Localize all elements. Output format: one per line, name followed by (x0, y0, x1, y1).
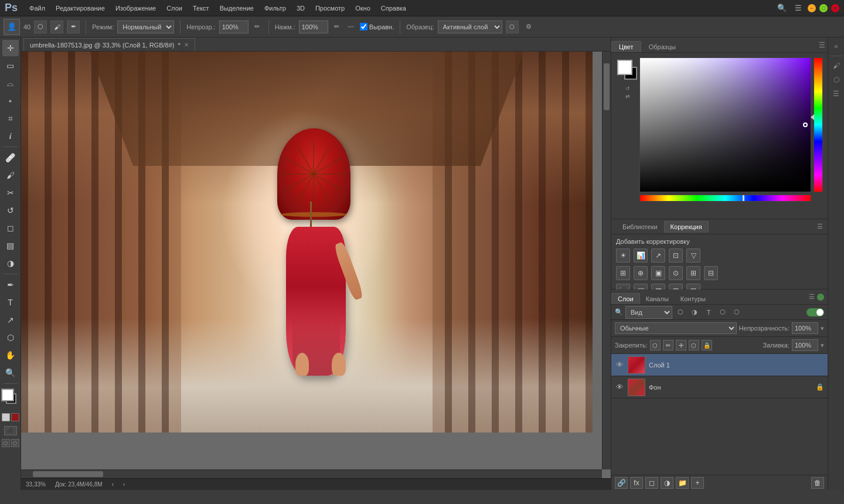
document-tab[interactable]: umbrella-1807513.jpg @ 33,3% (Слой 1, RG… (23, 38, 195, 51)
tool-pen[interactable]: ✒ (2, 277, 19, 293)
layer-item-1[interactable]: 👁 Слой 1 (611, 354, 828, 376)
screen-mode-btn[interactable]: ⬛ (4, 426, 17, 435)
close-button[interactable]: ✕ (831, 4, 839, 12)
align-checkbox[interactable] (360, 23, 367, 30)
tool-extra-2[interactable]: ⬡ (11, 439, 19, 447)
nav-prev-btn[interactable]: ‹ (112, 481, 114, 488)
menu-filter[interactable]: Фильтр (260, 4, 291, 13)
tool-select-rect[interactable]: ▭ (2, 57, 19, 74)
tab-paths[interactable]: Контуры (675, 294, 712, 304)
horizontal-scrollbar[interactable] (21, 469, 602, 478)
flow-pressure-btn[interactable]: ✏ (332, 22, 342, 32)
foreground-color[interactable] (1, 389, 14, 401)
vertical-scroll-thumb[interactable] (604, 63, 610, 110)
extra-settings-btn[interactable]: ⚙ (522, 21, 535, 33)
fg-bg-colors[interactable] (617, 60, 638, 81)
filter-adjust-btn[interactable]: ◑ (689, 307, 700, 318)
vertical-scrollbar[interactable] (602, 52, 611, 469)
hue-bar[interactable] (639, 195, 811, 202)
swap-colors-btn[interactable]: ⇄ (625, 93, 630, 99)
spectrum-bar[interactable] (814, 57, 823, 192)
tab-libraries[interactable]: Библиотеки (616, 221, 664, 233)
menu-window[interactable]: Окно (350, 4, 375, 13)
adj-hue-saturation[interactable]: ⊞ (616, 266, 630, 280)
color-gradient-area[interactable] (639, 57, 811, 214)
adj-bw[interactable]: ▣ (651, 266, 665, 280)
workspace-btn[interactable]: ☰ (792, 4, 804, 12)
tool-history-brush[interactable]: ↺ (2, 202, 19, 219)
tool-dodge[interactable]: ◑ (2, 255, 19, 271)
mode-select[interactable]: Нормальный (117, 21, 174, 33)
layer-item-bg[interactable]: 👁 Фон 🔒 (611, 376, 828, 399)
new-adjustment-btn[interactable]: ◑ (661, 477, 673, 489)
layer-opacity-input[interactable] (792, 322, 818, 334)
maximize-button[interactable]: □ (819, 4, 828, 12)
layer-visibility-bg[interactable]: 👁 (615, 383, 624, 391)
tab-channels[interactable]: Каналы (640, 294, 675, 304)
fill-dropdown-btn[interactable]: ▾ (821, 342, 824, 349)
image-canvas[interactable] (21, 52, 593, 433)
adj-channel-mixer[interactable]: ⊞ (686, 266, 700, 280)
adj-photo-filter[interactable]: ⊙ (669, 266, 683, 280)
reset-colors-btn[interactable]: ↺ (625, 86, 630, 91)
lock-transparent-btn[interactable]: ⬡ (650, 340, 661, 350)
blend-mode-select[interactable]: Обычные (615, 322, 737, 334)
tool-lasso[interactable]: ⌓ (2, 75, 19, 91)
brush-options-btn[interactable]: ⬡ (34, 21, 47, 33)
tool-shape[interactable]: ⬡ (2, 329, 19, 346)
opacity-dropdown-btn[interactable]: ▾ (821, 325, 824, 332)
tool-hand[interactable]: ✋ (2, 347, 19, 363)
filter-shape-btn[interactable]: ⬡ (717, 307, 729, 318)
fill-input[interactable] (792, 339, 818, 351)
flow-input[interactable] (299, 21, 328, 33)
tab-swatches[interactable]: Образцы (641, 41, 683, 52)
tab-correction[interactable]: Коррекция (664, 221, 709, 233)
smoothing-btn[interactable]: 〰 (346, 22, 356, 32)
tool-eraser[interactable]: ◻ (2, 220, 19, 236)
foreground-swatch[interactable] (617, 60, 632, 75)
sample-select[interactable]: Активный слой (438, 21, 502, 33)
layers-panel-menu-btn[interactable]: ☰ (809, 293, 815, 301)
collapse-panels-btn[interactable]: « (830, 40, 843, 53)
tool-type[interactable]: T (2, 294, 19, 311)
filter-toggle[interactable] (806, 308, 824, 316)
color-panel-menu-btn[interactable]: ☰ (819, 41, 825, 49)
adj-vibrance[interactable]: ▽ (686, 248, 700, 263)
tool-path-select[interactable]: ↗ (2, 312, 19, 328)
tool-zoom[interactable]: 🔍 (2, 365, 19, 381)
sample-all-btn[interactable]: ⬡ (506, 21, 519, 33)
menu-select[interactable]: Выделение (215, 4, 258, 13)
panel-btn-2[interactable]: ⬡ (830, 73, 843, 86)
tool-extra-1[interactable]: ⬡ (2, 439, 10, 447)
tool-crop[interactable]: ⌗ (2, 110, 19, 127)
correction-panel-menu-btn[interactable]: ☰ (817, 223, 823, 230)
adj-brightness-contrast[interactable]: ☀ (616, 248, 630, 263)
menu-file[interactable]: Файл (25, 4, 50, 13)
adj-exposure[interactable]: ⊡ (669, 248, 683, 263)
tab-close-btn[interactable]: ✕ (184, 42, 189, 48)
lock-all-btn[interactable]: 🔒 (702, 340, 712, 350)
filter-type-btn[interactable]: T (703, 307, 714, 318)
current-tool-icon[interactable]: 👤 (4, 19, 20, 35)
opacity-pressure-btn[interactable]: ✏ (252, 22, 263, 32)
toggle-airbrush-btn[interactable]: ✒ (67, 21, 80, 33)
quick-mask-btn[interactable] (11, 413, 19, 421)
tab-layers[interactable]: Слои (611, 293, 640, 304)
menu-view[interactable]: Просмотр (311, 4, 349, 13)
tool-gradient[interactable]: ▤ (2, 237, 19, 254)
adj-levels[interactable]: 📊 (634, 248, 648, 263)
add-mask-btn[interactable]: ◻ (645, 477, 658, 489)
tool-move[interactable]: ✛ (2, 40, 19, 56)
color-picker[interactable] (1, 389, 20, 407)
menu-edit[interactable]: Редактирование (51, 4, 110, 13)
menu-text[interactable]: Текст (188, 4, 214, 13)
tool-stamp[interactable]: ✂ (2, 185, 19, 201)
tool-spot-heal[interactable]: 🩹 (2, 149, 19, 166)
nav-next-btn[interactable]: › (123, 481, 125, 488)
lock-position-btn[interactable]: ✛ (676, 340, 686, 350)
standard-mode-btn[interactable] (2, 413, 10, 421)
link-layers-btn[interactable]: 🔗 (615, 477, 628, 489)
new-layer-btn[interactable]: + (691, 477, 704, 489)
adj-curves[interactable]: ↗ (651, 248, 665, 263)
layer-filter-select[interactable]: Вид (625, 306, 672, 319)
